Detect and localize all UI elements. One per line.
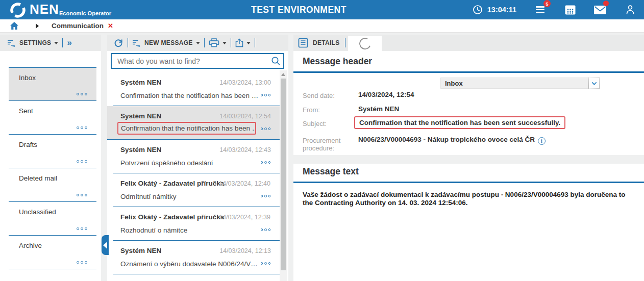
breadcrumb-arrow-icon bbox=[36, 23, 39, 29]
notifications-menu-button[interactable]: 5 bbox=[533, 3, 547, 16]
message-text-title: Message text bbox=[303, 166, 359, 177]
folder-select[interactable]: Inbox bbox=[440, 78, 588, 89]
scroll-up-icon[interactable] bbox=[281, 73, 285, 76]
hamburger-icon bbox=[536, 6, 544, 13]
message-menu-dots-icon[interactable] bbox=[261, 161, 271, 164]
person-icon bbox=[626, 5, 635, 15]
folder-item-archive[interactable]: Archive bbox=[9, 236, 96, 269]
nen-app: NEN Economic Operator TEST ENVIRONMENT 1… bbox=[0, 0, 644, 281]
folder-list: Inbox Sent Drafts Deleted mail Unclassif… bbox=[0, 67, 101, 269]
calendar-button[interactable] bbox=[563, 3, 577, 16]
search-input[interactable] bbox=[112, 57, 268, 65]
message-list-toolbar: NEW MESSAGE bbox=[107, 35, 288, 51]
message-list-panel: NEW MESSAGE bbox=[107, 35, 288, 281]
print-button[interactable] bbox=[209, 38, 227, 47]
expand-panel-icon[interactable]: » bbox=[67, 38, 70, 48]
settings-button[interactable]: SETTINGS bbox=[7, 39, 58, 47]
refresh-button[interactable] bbox=[113, 38, 123, 48]
message-menu-dots-icon[interactable] bbox=[261, 94, 271, 96]
from-label: From: bbox=[303, 106, 354, 114]
caret-down-icon bbox=[54, 42, 58, 44]
app-header: NEN Economic Operator TEST ENVIRONMENT 1… bbox=[0, 0, 644, 19]
message-menu-dots-icon[interactable] bbox=[261, 228, 271, 231]
refresh-icon bbox=[113, 38, 123, 48]
details-tab-label: DETAILS bbox=[313, 39, 340, 46]
toolbar-separator bbox=[255, 38, 255, 47]
triangle-left-icon bbox=[103, 242, 107, 249]
mail-button[interactable] bbox=[593, 3, 607, 16]
info-icon[interactable]: i bbox=[538, 137, 546, 145]
printer-icon bbox=[209, 38, 219, 47]
clock-time: 13:04:11 bbox=[487, 6, 516, 14]
folder-item-sent[interactable]: Sent bbox=[9, 101, 96, 135]
message-header-title: Message header bbox=[303, 56, 372, 67]
toolbar-separator bbox=[345, 38, 345, 47]
folder-menu-dots-icon[interactable] bbox=[77, 93, 87, 95]
profile-button[interactable] bbox=[624, 3, 637, 16]
message-row-selected[interactable]: Systém NEN 14/03/2024, 12:54 Confirmatio… bbox=[107, 106, 280, 140]
sidebar-toolbar: SETTINGS » bbox=[0, 35, 101, 51]
subject-value: Confirmation that the notification has b… bbox=[354, 116, 565, 129]
subject-label: Subject: bbox=[303, 120, 354, 127]
section-divider bbox=[293, 182, 644, 183]
caret-down-icon bbox=[196, 42, 200, 44]
message-text-line: Vaše žádost o zadávací dokumentaci k zad… bbox=[303, 191, 634, 199]
header-actions: 13:04:11 5 bbox=[473, 0, 637, 19]
nen-logo-icon bbox=[9, 2, 27, 19]
scrollbar-thumb[interactable] bbox=[281, 79, 286, 270]
section-divider bbox=[293, 71, 644, 73]
close-tab-icon[interactable]: ✕ bbox=[108, 22, 113, 30]
folder-menu-dots-icon[interactable] bbox=[77, 227, 87, 230]
clock-icon bbox=[473, 5, 483, 15]
folder-select-chevron[interactable] bbox=[588, 78, 600, 89]
calendar-icon bbox=[565, 5, 576, 15]
message-row[interactable]: Systém NEN 14/03/2024, 12:43 Potvrzení ú… bbox=[107, 140, 280, 173]
export-button[interactable] bbox=[235, 38, 251, 47]
envelope-icon bbox=[594, 6, 606, 14]
folder-menu-dots-icon[interactable] bbox=[77, 194, 87, 196]
tab-details[interactable]: DETAILS bbox=[298, 38, 340, 48]
breadcrumb-item-communication[interactable]: Communication bbox=[52, 22, 104, 30]
message-row[interactable]: Felix Okátý - Zadavatel příručka 14/03/2… bbox=[107, 207, 280, 241]
search-icon bbox=[271, 56, 281, 66]
chevron-down-icon bbox=[591, 80, 597, 85]
list-scrollbar[interactable] bbox=[280, 70, 287, 281]
collapse-sidebar-handle[interactable] bbox=[102, 235, 109, 255]
folder-item-unclassified[interactable]: Unclassified bbox=[9, 202, 96, 236]
home-icon[interactable] bbox=[10, 21, 19, 30]
folder-item-inbox[interactable]: Inbox bbox=[9, 67, 96, 101]
message-row[interactable]: Systém NEN 14/03/2024, 12:13 Oznámení o … bbox=[107, 241, 280, 274]
message-row[interactable]: Felix Okátý - Zadavatel příručka 14/03/2… bbox=[107, 173, 280, 207]
message-row[interactable]: Systém NEN 14/03/2024, 13:00 Confirmatio… bbox=[107, 72, 280, 106]
toolbar-separator bbox=[128, 38, 128, 47]
folder-select-value: Inbox bbox=[441, 80, 463, 87]
environment-title: TEST ENVIRONMENT bbox=[251, 5, 346, 15]
folders-sidebar: SETTINGS » Inbox Sent Drafts Deleted mai… bbox=[0, 35, 101, 281]
folder-item-drafts[interactable]: Drafts bbox=[9, 135, 96, 168]
new-message-button[interactable]: NEW MESSAGE bbox=[132, 39, 200, 47]
highlighted-subject: Confirmation that the notification has b… bbox=[117, 122, 256, 135]
message-list: Systém NEN 14/03/2024, 13:00 Confirmatio… bbox=[107, 72, 280, 274]
procurement-value: N006/23/V00004693 - Nákup tropického ovo… bbox=[358, 136, 546, 145]
message-menu-dots-icon[interactable] bbox=[261, 195, 271, 197]
caret-down-icon bbox=[222, 42, 227, 44]
procurement-label: Procurement procedure: bbox=[303, 137, 354, 152]
logo-text: NEN bbox=[30, 2, 59, 17]
caret-down-icon bbox=[246, 42, 251, 44]
message-text-line: the Contracting Authority on 14. 03. 202… bbox=[303, 199, 634, 207]
toolbar-separator bbox=[231, 38, 231, 47]
message-menu-dots-icon[interactable] bbox=[261, 262, 271, 265]
search-button[interactable] bbox=[268, 56, 283, 66]
folder-menu-dots-icon[interactable] bbox=[77, 261, 87, 264]
logo-subtitle: Economic Operator bbox=[59, 10, 111, 16]
loading-spinner-icon bbox=[357, 36, 372, 50]
message-menu-dots-icon[interactable] bbox=[261, 127, 271, 130]
folder-menu-dots-icon[interactable] bbox=[77, 126, 87, 129]
new-message-label: NEW MESSAGE bbox=[144, 39, 193, 46]
send-date-value: 14/03/2024, 12:54 bbox=[358, 91, 414, 98]
notifications-badge: 5 bbox=[543, 0, 551, 7]
folder-item-deleted-mail[interactable]: Deleted mail bbox=[9, 168, 96, 202]
highlighted-subject-box: Confirmation that the notification has b… bbox=[354, 116, 565, 129]
folder-menu-dots-icon[interactable] bbox=[77, 160, 87, 163]
details-tab-bar: DETAILS bbox=[293, 35, 644, 51]
